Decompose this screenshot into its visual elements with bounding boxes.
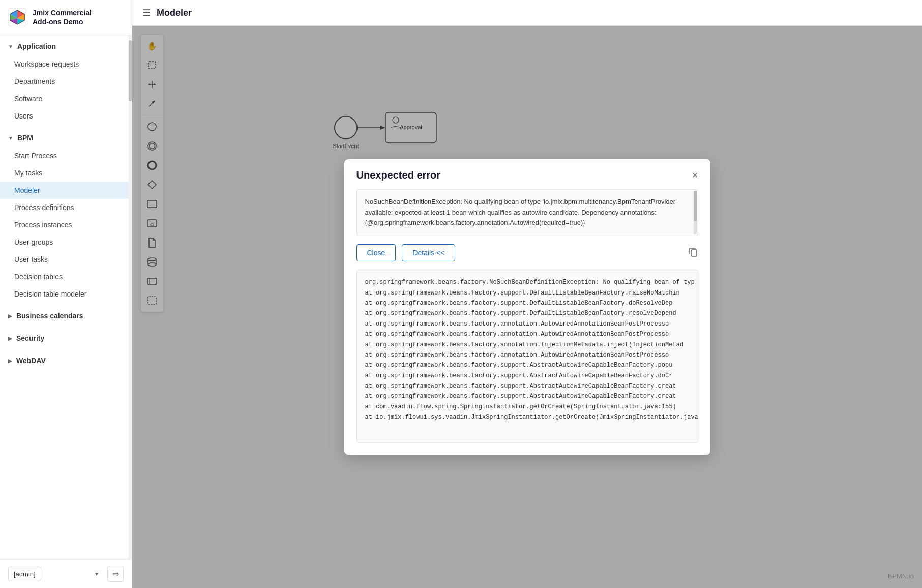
sidebar-scrollbar-track xyxy=(129,35,132,559)
section-label-bpm: BPM xyxy=(17,134,33,142)
error-summary-text: NoSuchBeanDefinitionException: No qualif… xyxy=(365,198,677,227)
section-label-business-calendars: Business calendars xyxy=(16,312,83,320)
nav-section-application: ▼ Application Workspace requests Departm… xyxy=(0,35,132,127)
main-area: ☰ Modeler ✋ xyxy=(132,0,922,588)
stack-line-12: at com.vaadin.flow.spring.SpringInstanti… xyxy=(365,402,690,412)
sidebar-item-process-instances[interactable]: Process instances xyxy=(0,216,132,233)
sidebar-item-user-tasks[interactable]: User tasks xyxy=(0,251,132,268)
nav-section-business-calendars: ▶ Business calendars xyxy=(0,305,132,327)
stack-line-11: at org.springframework.beans.factory.sup… xyxy=(365,391,690,401)
modeler-canvas[interactable]: ✋ xyxy=(132,26,922,588)
sidebar-item-software[interactable]: Software xyxy=(0,90,132,107)
sidebar-item-user-groups[interactable]: User groups xyxy=(0,233,132,251)
section-header-security[interactable]: ▶ Security xyxy=(0,329,132,347)
section-label-security: Security xyxy=(16,334,44,342)
section-header-business-calendars[interactable]: ▶ Business calendars xyxy=(0,307,132,325)
stack-line-1: at org.springframework.beans.factory.sup… xyxy=(365,288,690,298)
stack-line-4: at org.springframework.beans.factory.ann… xyxy=(365,319,690,329)
modal-header: Unexpected error × xyxy=(344,159,710,189)
app-title: Jmix Commercial Add-ons Demo xyxy=(33,8,92,26)
sidebar-item-departments[interactable]: Departments xyxy=(0,73,132,90)
sidebar-nav: ▼ Application Workspace requests Departm… xyxy=(0,35,132,559)
stack-line-8: at org.springframework.beans.factory.sup… xyxy=(365,360,690,370)
section-label-webdav: WebDAV xyxy=(16,357,46,365)
sidebar-item-users[interactable]: Users xyxy=(0,107,132,125)
chevron-down-icon: ▼ xyxy=(8,44,13,49)
sidebar-item-decision-tables[interactable]: Decision tables xyxy=(0,268,132,285)
sidebar-footer: [admin] ⇒ xyxy=(0,559,132,588)
stack-line-6: at org.springframework.beans.factory.ann… xyxy=(365,340,690,350)
error-summary-thumb[interactable] xyxy=(694,191,697,221)
stack-line-0: org.springframework.beans.factory.NoSuch… xyxy=(365,277,690,287)
sidebar-header: Jmix Commercial Add-ons Demo xyxy=(0,0,132,35)
nav-section-bpm: ▼ BPM Start Process My tasks Modeler Pro… xyxy=(0,127,132,305)
modal-close-button[interactable]: × xyxy=(692,170,698,180)
stack-line-9: at org.springframework.beans.factory.sup… xyxy=(365,371,690,381)
chevron-right-icon-bc: ▶ xyxy=(8,313,12,319)
stack-line-3: at org.springframework.beans.factory.sup… xyxy=(365,308,690,318)
page-title: Modeler xyxy=(157,8,192,18)
stack-line-10: at org.springframework.beans.factory.sup… xyxy=(365,381,690,391)
sidebar-item-workspace-requests[interactable]: Workspace requests xyxy=(0,55,132,73)
chevron-right-icon-security: ▶ xyxy=(8,336,12,341)
chevron-down-icon-bpm: ▼ xyxy=(8,135,13,141)
stack-trace-box[interactable]: org.springframework.beans.factory.NoSuch… xyxy=(356,270,698,443)
sidebar-item-modeler[interactable]: Modeler xyxy=(0,182,132,199)
hamburger-menu-icon[interactable]: ☰ xyxy=(142,7,151,18)
logout-button[interactable]: ⇒ xyxy=(107,566,124,582)
stack-line-2: at org.springframework.beans.factory.sup… xyxy=(365,298,690,308)
sidebar-item-my-tasks[interactable]: My tasks xyxy=(0,164,132,182)
sidebar-item-decision-table-modeler[interactable]: Decision table modeler xyxy=(0,285,132,303)
sidebar-item-start-process[interactable]: Start Process xyxy=(0,147,132,164)
stack-line-7: at org.springframework.beans.factory.ann… xyxy=(365,350,690,360)
copy-icon[interactable] xyxy=(688,247,698,259)
copy-svg-icon xyxy=(688,247,698,257)
error-modal: Unexpected error × NoSuchBeanDefinitionE… xyxy=(344,159,710,455)
section-header-webdav[interactable]: ▶ WebDAV xyxy=(0,351,132,370)
error-summary-scrollbar[interactable] xyxy=(694,191,697,234)
error-summary-box: NoSuchBeanDefinitionException: No qualif… xyxy=(356,189,698,236)
top-bar: ☰ Modeler xyxy=(132,0,922,26)
stack-line-5: at org.springframework.beans.factory.ann… xyxy=(365,329,690,339)
user-select[interactable]: [admin] xyxy=(8,567,41,581)
section-header-application[interactable]: ▼ Application xyxy=(0,37,132,55)
chevron-right-icon-webdav: ▶ xyxy=(8,358,12,364)
sidebar-scrollbar-thumb[interactable] xyxy=(129,40,132,101)
nav-section-security: ▶ Security xyxy=(0,327,132,349)
close-button[interactable]: Close xyxy=(356,244,396,261)
stack-line-13: at io.jmix.flowui.sys.vaadin.JmixSpringI… xyxy=(365,412,690,422)
svg-rect-37 xyxy=(691,250,697,256)
sidebar: Jmix Commercial Add-ons Demo ▼ Applicati… xyxy=(0,0,132,588)
section-header-bpm[interactable]: ▼ BPM xyxy=(0,129,132,147)
modal-actions: Close Details << xyxy=(344,244,710,270)
logout-icon: ⇒ xyxy=(112,569,119,579)
nav-section-webdav: ▶ WebDAV xyxy=(0,349,132,372)
details-button[interactable]: Details << xyxy=(402,244,455,261)
modal-overlay: Unexpected error × NoSuchBeanDefinitionE… xyxy=(132,26,922,588)
modal-title: Unexpected error xyxy=(356,169,441,181)
sidebar-item-process-definitions[interactable]: Process definitions xyxy=(0,199,132,216)
section-label-application: Application xyxy=(17,42,56,50)
user-select-wrapper: [admin] xyxy=(8,567,103,581)
app-logo xyxy=(8,8,26,26)
